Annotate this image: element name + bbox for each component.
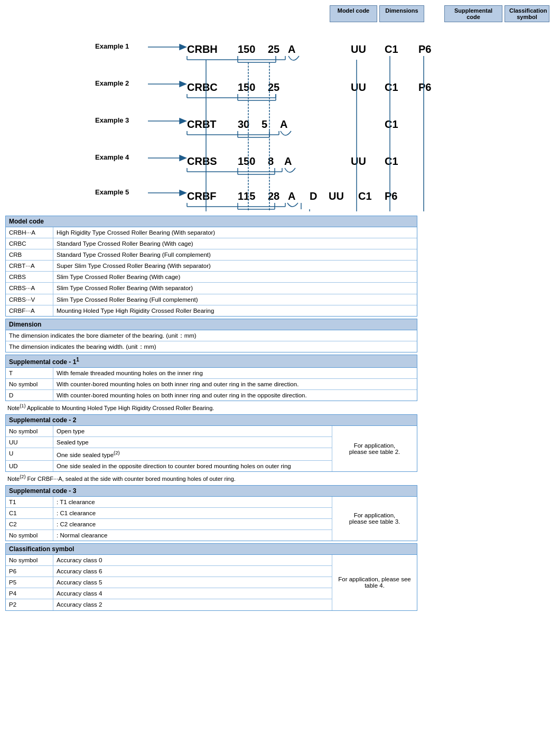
table-row: P2 Accuracy class 2 — [6, 599, 332, 610]
table-row: P6 Accuracy class 6 — [6, 566, 332, 577]
svg-text:C1: C1 — [385, 118, 398, 130]
classification-table: Classification symbol No symbol Accuracy… — [5, 543, 417, 610]
cell-val: : C2 clearance — [53, 519, 332, 529]
svg-text:8: 8 — [268, 155, 274, 167]
svg-text:UU: UU — [329, 190, 344, 202]
svg-text:D: D — [310, 190, 317, 202]
table-row: CRB Standard Type Crossed Roller Bearing… — [6, 249, 417, 261]
supplemental2-body: No symbol Open type UU Sealed type U One… — [6, 426, 417, 471]
cell-val: Accuracy class 5 — [53, 577, 332, 588]
svg-text:28: 28 — [268, 190, 279, 202]
classification-right: For application, please see table 4. — [332, 555, 417, 610]
cell-key: P4 — [6, 588, 53, 599]
table-row: CRBT···A Super Slim Type Crossed Roller … — [6, 261, 417, 272]
cell-key: CRBS···A — [6, 283, 53, 293]
svg-text:Example 2: Example 2 — [95, 79, 129, 87]
table-row: U One side sealed type(2) — [6, 448, 332, 461]
svg-text:A: A — [284, 155, 292, 167]
svg-text:CRBF: CRBF — [187, 190, 217, 202]
table-row: CRBS···V Slim Type Crossed Roller Bearin… — [6, 294, 417, 305]
classification-block: Classification symbol No symbol Accuracy… — [5, 543, 555, 610]
cell-key: U — [6, 448, 53, 460]
supplemental2-block: Supplemental code - 2 No symbol Open typ… — [5, 414, 555, 483]
svg-marker-2 — [180, 44, 186, 50]
supplemental1-note: Note(1) Applicable to Mounting Holed Typ… — [5, 402, 555, 412]
table-row: No symbol Accuracy class 0 — [6, 555, 332, 566]
cell-val: With female threaded mounting holes on t… — [53, 368, 417, 378]
model-code-header: Model code — [330, 5, 377, 22]
svg-text:A: A — [288, 190, 295, 202]
table-row: UD One side sealed in the opposite direc… — [6, 461, 332, 471]
svg-marker-47 — [180, 155, 186, 161]
cell-key: CRB — [6, 249, 53, 260]
cell-key: CRBF···A — [6, 305, 53, 316]
table-row: No symbol : Normal clearance — [6, 530, 332, 541]
supplemental2-left: No symbol Open type UU Sealed type U One… — [6, 426, 332, 471]
classification-header: Classification symbol — [505, 5, 549, 22]
cell-key: P6 — [6, 566, 53, 577]
svg-text:UU: UU — [351, 155, 366, 167]
table-row: CRBF···A Mounting Holed Type High Rigidi… — [6, 305, 417, 316]
table-row: CRBS···A Slim Type Crossed Roller Bearin… — [6, 283, 417, 294]
classification-left: No symbol Accuracy class 0 P6 Accuracy c… — [6, 555, 332, 610]
cell-val: One side sealed type(2) — [53, 448, 332, 460]
cell-val: Accuracy class 4 — [53, 588, 332, 599]
classification-body: No symbol Accuracy class 0 P6 Accuracy c… — [6, 555, 417, 610]
cell-key: C1 — [6, 508, 53, 518]
dimension-table-header: Dimension — [6, 319, 417, 330]
cell-key: P5 — [6, 577, 53, 588]
cell-val: With counter-bored mounting holes on bot… — [53, 379, 417, 389]
supplemental2-right: For application,please see table 2. — [332, 426, 417, 471]
cell-val: The dimension indicates the bore diamete… — [6, 330, 417, 341]
cell-val: : C1 clearance — [53, 508, 332, 518]
cell-key: T1 — [6, 497, 53, 507]
cell-key: T — [6, 368, 53, 378]
table-row: D With counter-bored mounting holes on b… — [6, 390, 417, 401]
cell-val: : Normal clearance — [53, 530, 332, 541]
supplemental2-note: Note(2) For CRBF···A, sealed at the side… — [5, 473, 555, 483]
diagram-section: Model code Dimensions Supplemental code … — [5, 5, 555, 211]
classification-header: Classification symbol — [6, 544, 417, 555]
svg-text:A: A — [288, 43, 295, 55]
svg-text:30: 30 — [238, 118, 249, 130]
dimensions-header: Dimensions — [379, 5, 424, 22]
svg-text:P6: P6 — [418, 43, 431, 55]
cell-val: Sealed type — [53, 437, 332, 448]
cell-val: With counter-bored mounting holes on bot… — [53, 390, 417, 401]
diagram-svg: .line { stroke: #1f5c8b; stroke-width: 1… — [5, 5, 555, 211]
table-row: No symbol Open type — [6, 426, 332, 437]
cell-val: Mounting Holed Type High Rigidity Crosse… — [53, 305, 417, 316]
svg-text:P6: P6 — [418, 81, 431, 93]
table-row: P4 Accuracy class 4 — [6, 588, 332, 599]
table-row: The dimension indicates the bore diamete… — [6, 330, 417, 341]
svg-text:CRBT: CRBT — [187, 118, 217, 130]
cell-val: Standard Type Crossed Roller Bearing (Fu… — [53, 249, 417, 260]
table-row: The dimension indicates the bearing widt… — [6, 341, 417, 352]
supplemental3-header: Supplemental code - 3 — [6, 486, 417, 497]
cell-key: No symbol — [6, 530, 53, 541]
cell-val: One side sealed in the opposite directio… — [53, 461, 332, 471]
page-container: Model code Dimensions Supplemental code … — [5, 5, 555, 611]
table-row: C1 : C1 clearance — [6, 508, 332, 519]
svg-text:CRBC: CRBC — [187, 81, 218, 93]
svg-text:Example 4: Example 4 — [95, 153, 129, 161]
supplemental2-header: Supplemental code - 2 — [6, 415, 417, 426]
table-row: CRBS Slim Type Crossed Roller Bearing (W… — [6, 272, 417, 283]
svg-text:C1: C1 — [385, 155, 398, 167]
cell-key: No symbol — [6, 379, 53, 389]
svg-text:CRBS: CRBS — [187, 155, 217, 167]
supplemental3-body: T1 : T1 clearance C1 : C1 clearance C2 :… — [6, 497, 417, 541]
cell-key: C2 — [6, 519, 53, 529]
cell-key: UD — [6, 461, 53, 471]
supplemental-header: Supplemental code — [444, 5, 502, 22]
tables-section: Model code CRBH···A High Rigidity Type C… — [5, 216, 555, 611]
table-row: No symbol With counter-bored mounting ho… — [6, 379, 417, 390]
svg-text:UU: UU — [351, 81, 366, 93]
svg-text:Example 5: Example 5 — [95, 188, 129, 196]
dimension-table: Dimension The dimension indicates the bo… — [5, 319, 417, 352]
cell-key: No symbol — [6, 426, 53, 436]
cell-val: The dimension indicates the bearing widt… — [6, 341, 417, 352]
cell-val: High Rigidity Type Crossed Roller Bearin… — [53, 227, 417, 238]
cell-key: No symbol — [6, 555, 53, 565]
svg-text:P6: P6 — [385, 190, 397, 202]
